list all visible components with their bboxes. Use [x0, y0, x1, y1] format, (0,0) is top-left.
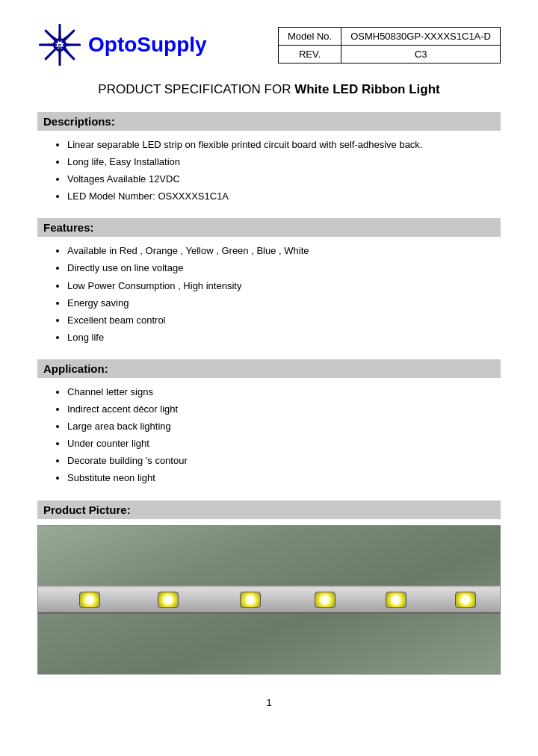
title-bold: White LED Ribbon Light: [294, 82, 440, 96]
list-item: Directly use on line voltage: [67, 260, 501, 276]
list-item: Large area back lighting: [67, 418, 501, 435]
list-item: Low Power Consumption , High intensity: [67, 278, 501, 294]
svg-rect-16: [44, 46, 58, 61]
list-item: Long life, Easy Installation: [67, 154, 501, 170]
application-section: Application: Channel letter signs Indire…: [37, 359, 501, 487]
company-name: OptoSupply: [88, 33, 207, 57]
features-header: Features:: [37, 218, 501, 237]
svg-rect-17: [44, 29, 58, 43]
list-item: Decorate building 's contour: [67, 453, 501, 469]
list-item: Long life: [67, 329, 501, 346]
logo-star-icon: S: [37, 22, 82, 67]
svg-rect-14: [63, 44, 81, 46]
led-bulb-6: [455, 592, 476, 608]
led-bulb-5: [386, 592, 406, 608]
logo-area: S OptoSupply: [37, 22, 207, 67]
led-strip-image: [37, 525, 501, 675]
list-item: LED Model Number: OSXXXXS1C1A: [67, 188, 501, 205]
list-item: Energy saving: [67, 295, 501, 312]
svg-rect-12: [59, 48, 61, 66]
rev-value: C3: [341, 45, 501, 63]
page-number: 1: [37, 697, 501, 708]
led-bulb-4: [315, 592, 336, 608]
list-item: Substitute neon light: [67, 470, 501, 486]
descriptions-list: Linear separable LED strip on flexible p…: [37, 137, 501, 205]
svg-rect-13: [39, 44, 57, 46]
model-label: Model No.: [278, 27, 341, 45]
features-list: Available in Red , Orange , Yellow , Gre…: [37, 243, 501, 346]
product-picture-section: Product Picture:: [37, 501, 501, 675]
led-bulb-2: [158, 592, 179, 608]
list-item: Channel letter signs: [67, 384, 501, 400]
model-value: OSMH50830GP-XXXXS1C1A-D: [341, 27, 501, 45]
led-bulb-1: [79, 592, 100, 608]
features-section: Features: Available in Red , Orange , Ye…: [37, 218, 501, 346]
application-header: Application:: [37, 359, 501, 378]
svg-rect-18: [61, 46, 75, 61]
list-item: Voltages Available 12VDC: [67, 171, 501, 188]
list-item: Linear separable LED strip on flexible p…: [67, 137, 501, 153]
rev-label: REV.: [278, 45, 341, 63]
main-title: PRODUCT SPECIFICATION FOR White LED Ribb…: [37, 82, 501, 97]
model-table: Model No. OSMH50830GP-XXXXS1C1A-D REV. C…: [278, 27, 501, 63]
product-picture-header: Product Picture:: [37, 501, 501, 519]
page-header: S OptoSupply Model No. OSMH50830GP-XXXXS…: [37, 22, 501, 67]
list-item: Indirect accent décor light: [67, 401, 501, 418]
descriptions-section: Descriptions: Linear separable LED strip…: [37, 112, 501, 205]
list-item: Excellent beam control: [67, 312, 501, 329]
svg-rect-15: [61, 29, 75, 43]
svg-rect-11: [59, 24, 61, 42]
application-list: Channel letter signs Indirect accent déc…: [37, 384, 501, 487]
title-prefix: PRODUCT SPECIFICATION FOR: [98, 82, 294, 96]
led-strip-bar: [38, 586, 500, 614]
list-item: Under counter light: [67, 436, 501, 452]
list-item: Available in Red , Orange , Yellow , Gre…: [67, 243, 501, 259]
led-bulb-3: [240, 592, 261, 608]
descriptions-header: Descriptions:: [37, 112, 501, 131]
